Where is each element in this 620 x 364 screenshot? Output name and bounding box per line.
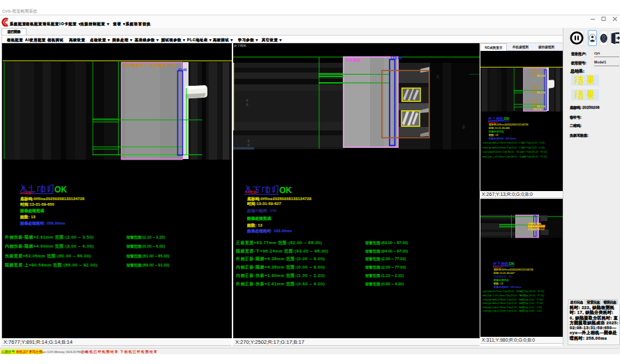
svg-text:正负极距NG 0.0: 正负极距NG 0.0 <box>527 227 545 231</box>
svg-text:竖向阈值:93，动态阈值:100: 竖向阈值:93，动态阈值:100 <box>122 63 176 68</box>
svg-text:外下相机: 外下相机 <box>233 44 246 47</box>
svg-text:93.46: 93.46 <box>178 68 187 72</box>
svg-text:OK: OK <box>279 185 292 195</box>
svg-text:NG 0.34: NG 0.34 <box>533 108 542 111</box>
svg-text:123.68: 123.68 <box>390 56 402 60</box>
svg-text:NG 0.34: NG 0.34 <box>537 75 545 77</box>
svg-text:NG 0.34: NG 0.34 <box>537 91 545 94</box>
svg-text:隔膜宽度NG 0.0: 隔膜宽度NG 0.0 <box>528 225 545 228</box>
svg-text:OK: OK <box>54 185 67 195</box>
svg-text:AI检测框: AI检测框 <box>346 58 361 63</box>
svg-text:+1.5/-1.5: +1.5/-1.5 <box>383 137 394 141</box>
